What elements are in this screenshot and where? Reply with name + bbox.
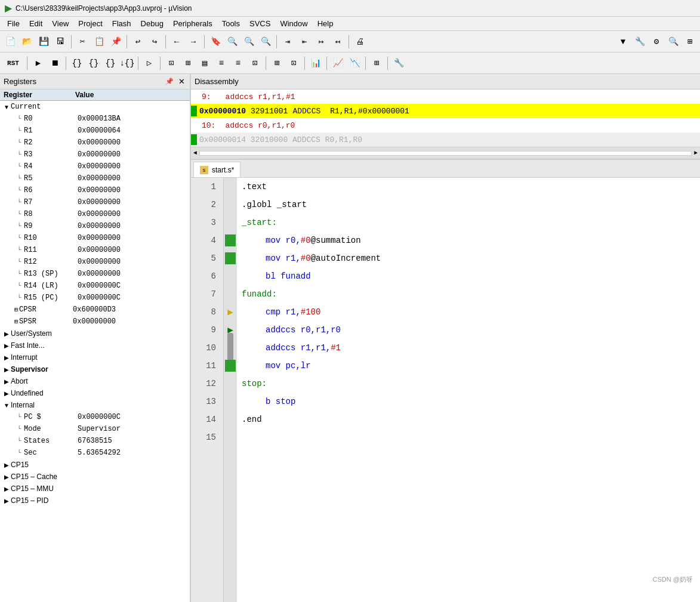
mem-btn[interactable]: ▤ [197,55,212,71]
open-btn[interactable]: 📂 [19,34,35,50]
dis-10-linenum: 10: [202,121,215,130]
code-line-5: mov r1,#0 @autoIncrement [242,249,700,267]
abort-group[interactable]: ▶ Abort [0,375,190,387]
registers-body[interactable]: ▼ Current └ R0 0x000013BA └ R1 0x0000006… [0,101,190,602]
undefined-group[interactable]: ▶ Undefined [0,387,190,399]
code-content[interactable]: .text .globl _start _start: mov r0,#0 @s… [237,178,700,602]
dis-scroll-right[interactable]: ► [694,150,698,156]
tab-starts[interactable]: s start.s* [193,162,240,177]
reg-col-headers: Register Value [0,89,190,101]
menu-tools[interactable]: Tools [217,18,245,29]
menu-project[interactable]: Project [73,18,107,29]
view-btn[interactable]: ⊞ [369,55,384,71]
cpu-btn[interactable]: ⊡ [286,55,301,71]
code-coverage-btn[interactable]: ▷ [141,55,157,71]
paste-btn[interactable]: 📌 [108,34,124,50]
gutter-14 [224,410,237,428]
line-num-15: 15 [191,428,220,446]
step-out-btn[interactable]: {} [103,55,118,71]
save-all-btn[interactable]: 🖫 [53,34,68,50]
pin-icon[interactable]: 📌 [165,77,174,87]
run-btn[interactable]: ▶ [30,55,46,71]
current-group[interactable]: ▼ Current [0,101,190,113]
nav-fwd-btn[interactable]: → [186,34,201,50]
watch2-btn[interactable]: ⊞ [180,55,196,71]
dropdown-btn[interactable]: ▼ [615,34,631,50]
reg-r12-name: R12 [24,258,78,266]
gutter-green-5 [225,252,236,264]
redo-btn[interactable]: ↪ [147,34,162,50]
trace-btn[interactable]: ≡ [230,55,246,71]
menu-peripherals[interactable]: Peripherals [168,18,217,29]
reg-cpsr[interactable]: ⊞ CPSR 0x600000D3 [0,304,190,316]
cp15-cache-group[interactable]: ▶ CP15 – Cache [0,471,190,483]
step-into-btn[interactable]: {} [69,55,85,71]
find2-btn[interactable]: 🔍 [241,34,257,50]
reg-r5-value: 0x00000000 [78,174,121,183]
sep2 [127,35,127,48]
cp15-group[interactable]: ▶ CP15 [0,459,190,471]
interrupt-group[interactable]: ▶ Interrupt [0,351,190,363]
run-to-btn[interactable]: ↓{} [119,55,135,71]
indent3-btn[interactable]: ↤ [330,34,346,50]
menu-window[interactable]: Window [275,18,312,29]
find3-btn[interactable]: 🔍 [258,34,273,50]
menu-help[interactable]: Help [313,18,338,29]
reg-spsr[interactable]: ⊞ SPSR 0x00000000 [0,316,190,328]
code-line-13: b stop [242,393,700,410]
yellow-arrow-icon: ▶ [227,306,233,318]
code-8-imm: #100 [301,303,321,321]
settings-btn[interactable]: ⚙ [649,34,664,50]
print-btn[interactable]: 🖨 [352,34,368,50]
menu-file[interactable]: File [2,18,24,29]
faste-group[interactable]: ▶ Fast Inte... [0,339,190,351]
extra-btn[interactable]: ⊞ [682,34,698,50]
menu-view[interactable]: View [47,18,73,29]
user-group[interactable]: ▶ User/System [0,328,190,339]
dis-operands: R1,R1,#0x00000001 [330,107,409,116]
reg-r15-name: R15 (PC) [24,294,78,302]
bookmark-btn[interactable]: 🔖 [208,34,223,50]
supervisor-group[interactable]: ▶ Supervisor [0,363,190,375]
indent-btn[interactable]: ⇥ [280,34,295,50]
code-2-text: .globl _start [242,196,307,214]
disassembly-header: Disassembly [191,74,700,89]
undo-btn[interactable]: ↩ [130,34,146,50]
sep12 [304,57,305,70]
save-btn[interactable]: 💾 [36,34,51,50]
col-register: Register [0,89,72,100]
nav-back-btn[interactable]: ← [169,34,184,50]
unindent-btn[interactable]: ⇤ [297,34,312,50]
perf-btn[interactable]: 📊 [308,55,323,71]
cp15-mmu-group[interactable]: ▶ CP15 – MMU [0,483,190,495]
close-icon[interactable]: ✕ [177,77,186,87]
cut-btn[interactable]: ✂ [75,34,90,50]
grid-btn[interactable]: ⊞ [269,55,285,71]
tool-btn[interactable]: 🔧 [391,55,406,71]
step-over-btn[interactable]: {} [86,55,101,71]
dis-scrollbar[interactable]: ◄ ► [191,147,700,159]
serial-btn[interactable]: ≡ [214,55,229,71]
cp15-pid-group[interactable]: ▶ CP15 – PID [0,495,190,507]
internal-group[interactable]: ▼ Internal [0,399,190,411]
graph2-btn[interactable]: 📉 [347,55,362,71]
supervisor-label: Supervisor [11,365,48,373]
indent2-btn[interactable]: ↦ [313,34,329,50]
find-btn[interactable]: 🔍 [224,34,240,50]
dis-scroll-left[interactable]: ◄ [193,150,197,156]
gutter-15 [224,428,237,446]
menu-debug[interactable]: Debug [136,18,168,29]
menu-svcs[interactable]: SVCS [245,18,275,29]
gutter-5 [224,249,237,267]
build-target-btn[interactable]: 🔧 [632,34,647,50]
rst-btn[interactable]: RST [2,55,24,71]
stop-btn[interactable]: ⏹ [47,55,63,71]
menu-edit[interactable]: Edit [24,18,47,29]
new-file-btn[interactable]: 📄 [2,34,18,50]
trace2-btn[interactable]: ⊡ [247,55,263,71]
copy-btn[interactable]: 📋 [91,34,107,50]
search-icon-btn[interactable]: 🔍 [665,34,681,50]
menu-flash[interactable]: Flash [107,18,136,29]
graph-btn[interactable]: 📈 [330,55,346,71]
watch1-btn[interactable]: ⊡ [164,55,179,71]
